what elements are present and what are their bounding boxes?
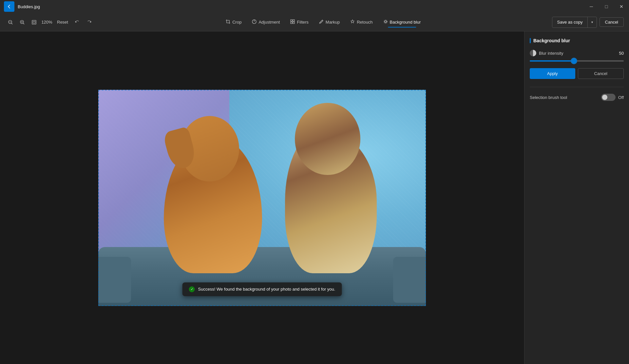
svg-rect-8 <box>33 21 35 23</box>
fit-view-button[interactable] <box>29 17 39 28</box>
close-button[interactable]: ✕ <box>614 0 629 13</box>
retouch-label: Retouch <box>357 20 372 25</box>
svg-rect-11 <box>293 20 295 21</box>
selection-brush-row: Selection brush tool Off <box>530 94 624 101</box>
minimize-button[interactable]: ─ <box>584 0 599 13</box>
undo-button[interactable] <box>72 17 83 28</box>
zoom-in-button[interactable] <box>17 17 28 28</box>
toggle-state-label: Off <box>618 95 624 100</box>
success-toast: ✓ Success! We found the background of yo… <box>182 282 342 296</box>
selection-brush-label: Selection brush tool <box>530 95 567 100</box>
svg-rect-13 <box>293 22 295 24</box>
toolbar: 120% Reset Crop <box>0 13 629 31</box>
filters-tool-button[interactable]: Filters <box>286 17 313 27</box>
panel-title-text: Background blur <box>533 38 570 43</box>
photo-background <box>98 90 426 306</box>
dog-left <box>164 136 262 273</box>
background-blur-label: Background blur <box>390 20 421 25</box>
markup-icon <box>319 19 324 25</box>
retouch-tool-button[interactable]: Retouch <box>346 17 377 27</box>
save-as-copy-dropdown-button[interactable]: ▾ <box>587 17 597 28</box>
photo-canvas <box>98 90 426 306</box>
toast-check-icon: ✓ <box>189 286 195 292</box>
blur-intensity-label: Blur intensity <box>539 51 613 56</box>
right-panel: Background blur Blur intensity 50 Apply … <box>524 31 629 364</box>
apply-button[interactable]: Apply <box>530 68 575 79</box>
blur-intensity-icon <box>530 50 536 56</box>
image-container: ✓ Success! We found the background of yo… <box>98 90 426 306</box>
tool-buttons: Crop Adjustment Filters <box>97 17 550 27</box>
markup-label: Markup <box>326 20 340 25</box>
blur-intensity-value: 50 <box>616 51 624 56</box>
selection-brush-toggle[interactable] <box>601 94 616 101</box>
maximize-button[interactable]: □ <box>599 0 614 13</box>
save-as-copy-group: Save as copy ▾ <box>552 17 597 28</box>
save-as-copy-button[interactable]: Save as copy <box>552 18 587 27</box>
photo-sofa <box>98 247 426 306</box>
adjustment-icon <box>252 19 257 25</box>
blur-slider-track[interactable] <box>530 60 624 62</box>
svg-rect-12 <box>291 22 292 24</box>
crop-tool-button[interactable]: Crop <box>221 17 246 27</box>
retouch-icon <box>350 19 355 25</box>
adjustment-label: Adjustment <box>258 20 280 25</box>
zoom-out-button[interactable] <box>5 17 16 28</box>
panel-action-buttons: Apply Cancel <box>530 68 624 79</box>
selection-brush-toggle-container: Off <box>601 94 624 101</box>
toggle-thumb <box>602 95 607 100</box>
panel-title: Background blur <box>530 38 624 43</box>
svg-line-2 <box>11 23 12 24</box>
background-blur-tool-button[interactable]: Background blur <box>379 17 426 27</box>
panel-divider <box>530 87 624 87</box>
redo-button[interactable] <box>84 17 94 28</box>
svg-rect-7 <box>32 20 36 24</box>
svg-point-14 <box>385 21 387 23</box>
window-controls: ─ □ ✕ <box>584 0 629 13</box>
svg-rect-10 <box>291 20 292 21</box>
filters-label: Filters <box>297 20 308 25</box>
toolbar-right: Save as copy ▾ Cancel <box>552 17 624 28</box>
svg-point-15 <box>384 20 387 24</box>
main-content: ✓ Success! We found the background of yo… <box>0 31 629 364</box>
title-bar: Buddies.jpg ─ □ ✕ <box>0 0 629 13</box>
toolbar-cancel-button[interactable]: Cancel <box>600 17 624 27</box>
zoom-controls: 120% Reset <box>5 17 94 28</box>
zoom-level: 120% <box>41 20 53 25</box>
toast-message: Success! We found the background of your… <box>198 287 335 292</box>
blur-slider-container[interactable] <box>530 60 624 62</box>
adjustment-tool-button[interactable]: Adjustment <box>247 17 284 27</box>
filters-icon <box>290 19 295 25</box>
dog-right <box>285 129 377 273</box>
blur-intensity-row: Blur intensity 50 <box>530 50 624 56</box>
blur-slider-fill <box>530 60 574 62</box>
background-blur-icon <box>383 19 388 25</box>
title-filename: Buddies.jpg <box>18 4 40 9</box>
back-button[interactable] <box>4 1 14 12</box>
svg-line-6 <box>23 23 24 24</box>
crop-icon <box>226 19 230 25</box>
reset-button[interactable]: Reset <box>54 18 71 26</box>
panel-cancel-button[interactable]: Cancel <box>578 68 624 79</box>
markup-tool-button[interactable]: Markup <box>314 17 344 27</box>
blur-slider-thumb[interactable] <box>571 58 577 64</box>
canvas-area: ✓ Success! We found the background of yo… <box>0 31 524 364</box>
crop-label: Crop <box>232 20 241 25</box>
